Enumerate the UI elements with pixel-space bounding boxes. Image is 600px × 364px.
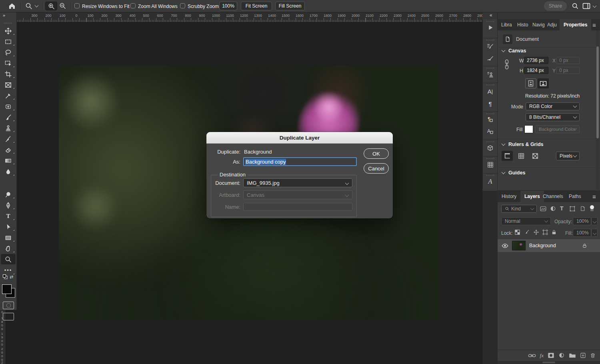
layer-filter-kind-dropdown[interactable]: Kind: [501, 205, 537, 213]
filter-pixel-layers-icon[interactable]: [540, 206, 546, 212]
delete-layer-icon[interactable]: [590, 352, 596, 358]
scrubby-zoom-checkbox[interactable]: [180, 3, 185, 8]
brush-settings-panel[interactable]: [483, 43, 498, 50]
tab-navigator[interactable]: Navig: [532, 19, 546, 30]
zoom-percentage-field[interactable]: 100%: [219, 2, 237, 10]
toggle-grid-button[interactable]: [516, 151, 527, 161]
fit-screen-button[interactable]: Fit Screen: [241, 2, 272, 10]
bit-depth-dropdown[interactable]: 8 Bits/Channel: [526, 113, 580, 121]
blur-tool[interactable]: [1, 166, 16, 177]
dodge-tool[interactable]: [1, 189, 16, 200]
lock-artboard-icon[interactable]: [542, 229, 548, 235]
properties-scrollbar-thumb[interactable]: [596, 46, 599, 138]
object-selection-tool[interactable]: [1, 58, 16, 68]
brushes-panel[interactable]: [483, 55, 498, 62]
ruler-units-dropdown[interactable]: Pixels: [556, 152, 580, 160]
eyedropper-tool[interactable]: [1, 90, 16, 101]
new-layer-icon[interactable]: [580, 352, 586, 358]
collapse-panels-icon[interactable]: «: [490, 12, 492, 18]
canvas-section-title[interactable]: Canvas: [508, 48, 526, 54]
glyphs-panel[interactable]: A: [483, 178, 498, 185]
filter-smart-objects-icon[interactable]: [580, 206, 586, 212]
zoom-all-windows-checkbox[interactable]: [130, 3, 136, 8]
pattern-preview-panel[interactable]: [483, 161, 498, 168]
panel-menu-icon[interactable]: ≡: [592, 22, 596, 28]
guides-chevron-icon[interactable]: [502, 170, 506, 174]
tab-channels[interactable]: Channels: [543, 191, 563, 202]
history-brush-tool[interactable]: [1, 134, 16, 144]
link-layers-icon[interactable]: [528, 353, 536, 358]
layer-row-background[interactable]: Background: [498, 239, 600, 252]
lock-pixels-icon[interactable]: [524, 229, 530, 235]
resize-windows-checkbox[interactable]: [74, 3, 80, 8]
filter-adjustment-layers-icon[interactable]: [550, 206, 556, 212]
lock-all-icon[interactable]: [551, 229, 557, 235]
crop-tool[interactable]: [1, 69, 16, 79]
clone-source-panel[interactable]: [483, 71, 498, 78]
tool-preset-chevron-icon[interactable]: [35, 4, 39, 8]
tab-properties[interactable]: Properties: [560, 19, 591, 30]
type-tool[interactable]: T: [1, 211, 16, 221]
tab-history[interactable]: History: [502, 191, 516, 202]
foreground-color-swatch[interactable]: [2, 284, 12, 294]
screen-mode-button[interactable]: [3, 313, 14, 320]
lock-transparency-icon[interactable]: [514, 229, 520, 235]
canvas-section-chevron-icon[interactable]: [502, 48, 506, 52]
search-icon[interactable]: [572, 2, 579, 10]
cancel-button[interactable]: Cancel: [364, 163, 389, 174]
character-panel[interactable]: A|: [483, 88, 498, 95]
link-dimensions-icon[interactable]: [504, 59, 510, 70]
rulers-grids-title[interactable]: Rulers & Grids: [508, 142, 544, 147]
canvas-width-field[interactable]: 2736 px: [524, 57, 548, 64]
share-button[interactable]: Share: [544, 1, 567, 11]
filter-type-layers-icon[interactable]: T: [560, 205, 564, 212]
panel-resize-gripper[interactable]: [542, 362, 555, 363]
layer-visibility-eye-icon[interactable]: [502, 243, 508, 248]
tab-histogram[interactable]: Histo: [517, 19, 531, 30]
paragraph-panel[interactable]: ¶: [483, 100, 498, 107]
filter-shape-layers-icon[interactable]: [570, 206, 575, 212]
rectangle-tool[interactable]: [1, 232, 16, 243]
quick-mask-button[interactable]: [3, 302, 14, 309]
layer-thumbnail[interactable]: [512, 241, 526, 250]
zoom-out-button[interactable]: [59, 2, 66, 10]
pen-tool[interactable]: [1, 200, 16, 210]
dialog-titlebar[interactable]: Duplicate Layer: [206, 132, 393, 144]
layer-filtering-toggle[interactable]: [589, 204, 595, 212]
brush-tool[interactable]: [1, 112, 16, 122]
tab-adjustments[interactable]: Adju: [547, 19, 559, 30]
layer-name[interactable]: Background: [529, 243, 556, 248]
3d-panel[interactable]: [483, 144, 498, 152]
toolbar-gripper[interactable]: [4, 22, 12, 24]
actions-panel[interactable]: [483, 24, 498, 31]
clone-stamp-tool[interactable]: [1, 123, 16, 133]
zoom-tool[interactable]: [1, 254, 16, 264]
path-selection-tool[interactable]: [1, 222, 16, 232]
character-styles-panel[interactable]: A: [483, 128, 498, 134]
swap-colors-icon[interactable]: ⇄: [10, 274, 13, 280]
workspace-switcher-icon[interactable]: [582, 3, 590, 9]
toolbar-expand-icon[interactable]: »: [3, 13, 5, 18]
ok-button[interactable]: OK: [364, 148, 389, 159]
zoom-tool-preset-icon[interactable]: [25, 2, 33, 10]
horizontal-ruler[interactable]: 3002001000100200300400500600700800900100…: [16, 12, 482, 22]
new-group-icon[interactable]: [569, 353, 576, 358]
workspace-chevron-icon[interactable]: [593, 4, 597, 8]
canvas-height-field[interactable]: 1824 px: [524, 67, 548, 74]
toggle-rulers-button[interactable]: [502, 151, 513, 161]
lasso-tool[interactable]: [1, 47, 16, 58]
tab-layers[interactable]: Layers: [520, 191, 544, 202]
rulers-grids-chevron-icon[interactable]: [502, 142, 506, 146]
layers-panel-menu-icon[interactable]: ≡: [592, 193, 596, 200]
lock-position-icon[interactable]: [533, 229, 539, 235]
toggle-transparency-button[interactable]: [530, 151, 541, 161]
rectangular-marquee-tool[interactable]: [1, 36, 16, 47]
tab-libraries[interactable]: Libra: [501, 19, 515, 30]
tab-paths[interactable]: Paths: [569, 191, 581, 202]
home-icon[interactable]: [8, 2, 16, 10]
color-mode-dropdown[interactable]: RGB Color: [526, 102, 580, 110]
guides-title[interactable]: Guides: [508, 170, 525, 176]
orientation-landscape-button[interactable]: [538, 78, 549, 88]
move-tool[interactable]: [1, 26, 16, 36]
eraser-tool[interactable]: [1, 144, 16, 155]
